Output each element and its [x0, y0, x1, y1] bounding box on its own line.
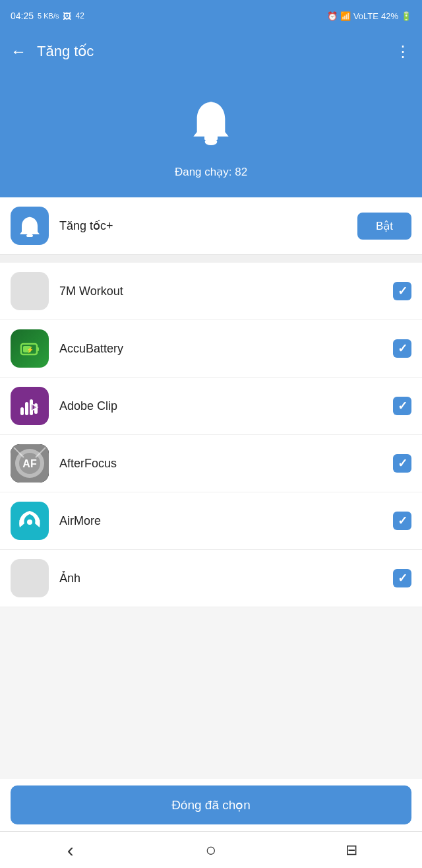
section-divider: [0, 255, 422, 263]
hero-bell-icon: [178, 91, 244, 157]
card-section: Tăng tốc+ Bật 7M Workout ✓ ⚡ AccuBatter: [0, 197, 422, 607]
notification-icon: 🖼: [63, 11, 71, 21]
time-display: 04:25: [11, 11, 34, 21]
svg-rect-9: [20, 407, 24, 415]
battery-display: 42%: [381, 11, 398, 21]
app-icon-afterfocus: AF: [11, 444, 49, 483]
app-icon-adobeclip: [11, 387, 49, 425]
app-row-anh: Ảnh ✓: [0, 550, 422, 607]
back-button[interactable]: ←: [11, 42, 26, 61]
app-name-afterfocus: AfterFocus: [59, 457, 382, 471]
bottom-button-container: Đóng đã chọn: [0, 779, 422, 831]
checkbox-anh[interactable]: ✓: [393, 569, 411, 587]
app-row-afterfocus: AF AfterFocus ✓: [0, 435, 422, 492]
nav-back-button[interactable]: ‹: [51, 837, 90, 863]
checkbox-accubattery[interactable]: ✓: [393, 339, 411, 358]
checkbox-airmore[interactable]: ✓: [393, 512, 411, 530]
speed-display: 5 KB/s: [38, 12, 59, 20]
hero-subtitle: Đang chạy: 82: [175, 165, 247, 179]
checkbox-afterfocus[interactable]: ✓: [393, 454, 411, 473]
nav-home-button[interactable]: ○: [191, 837, 231, 863]
nav-recent-button[interactable]: ⊟: [332, 837, 371, 863]
app-icon-anh: [11, 559, 49, 597]
app-row-adobeclip: Adobe Clip ✓: [0, 378, 422, 435]
boost-row: Tăng tốc+ Bật: [0, 197, 422, 255]
svg-rect-6: [37, 347, 39, 351]
svg-rect-10: [25, 402, 28, 415]
more-button[interactable]: ⋮: [395, 42, 411, 61]
nav-bar: ‹ ○ ⊟: [0, 831, 422, 868]
checkbox-adobeclip[interactable]: ✓: [393, 397, 411, 415]
signal-icon: VoLTE: [353, 11, 378, 21]
app-row-airmore: AirMore ✓: [0, 492, 422, 550]
boost-label: Tăng tốc+: [59, 218, 347, 233]
notification-count: 42: [75, 11, 84, 20]
svg-point-4: [28, 217, 32, 220]
status-left: 04:25 5 KB/s 🖼 42: [11, 11, 84, 21]
bat-button[interactable]: Bật: [357, 213, 411, 240]
wifi-icon: 📶: [340, 11, 351, 21]
svg-point-2: [208, 102, 214, 107]
status-right: ⏰ 📶 VoLTE 42% 🔋: [327, 11, 411, 21]
app-name-adobeclip: Adobe Clip: [59, 399, 382, 413]
svg-point-1: [205, 138, 218, 145]
app-row: 7M Workout ✓: [0, 263, 422, 320]
app-row-accubattery: ⚡ AccuBattery ✓: [0, 320, 422, 378]
status-bar: 04:25 5 KB/s 🖼 42 ⏰ 📶 VoLTE 42% 🔋: [0, 0, 422, 32]
app-list: 7M Workout ✓ ⚡ AccuBattery ✓: [0, 263, 422, 607]
app-name-accubattery: AccuBattery: [59, 342, 382, 356]
page-title: Tăng tốc: [37, 43, 395, 60]
svg-point-3: [26, 234, 33, 238]
hero-section: Đang chạy: 82: [0, 71, 422, 197]
boost-icon: [11, 207, 49, 245]
dong-da-chon-button[interactable]: Đóng đã chọn: [11, 785, 411, 824]
app-icon-7mworkout: [11, 272, 49, 310]
app-name-7mworkout: 7M Workout: [59, 284, 382, 298]
toolbar: ← Tăng tốc ⋮: [0, 32, 422, 71]
app-name-anh: Ảnh: [59, 571, 382, 585]
svg-text:AF: AF: [22, 458, 37, 469]
app-name-airmore: AirMore: [59, 514, 382, 528]
alarm-icon: ⏰: [327, 11, 338, 21]
svg-text:⚡: ⚡: [26, 346, 34, 354]
app-icon-airmore: [11, 502, 49, 540]
battery-icon: 🔋: [401, 11, 411, 21]
svg-point-21: [27, 519, 32, 525]
app-icon-accubattery: ⚡: [11, 329, 49, 368]
checkbox-7mworkout[interactable]: ✓: [393, 282, 411, 300]
